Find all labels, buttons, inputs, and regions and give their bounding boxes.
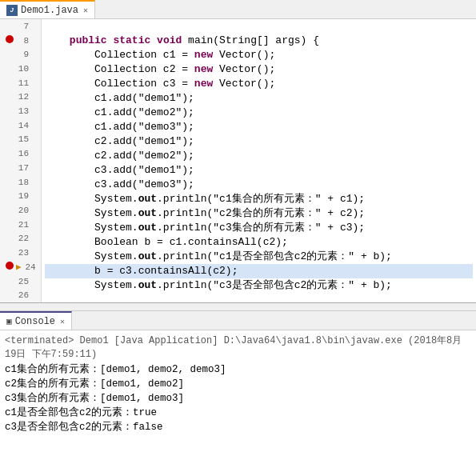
code-line: c3.add("demo3"); <box>45 178 473 192</box>
console-line: c1集合的所有元素：[demo1, demo2, demo3] <box>5 362 471 377</box>
line-number-text: 25 <box>16 277 29 286</box>
code-segment: new <box>194 63 213 75</box>
java-file-icon: J <box>6 5 18 16</box>
code-line: System.out.println("c1是否全部包含c2的元素：" + b)… <box>45 250 473 264</box>
code-segment: main(String[] args) { <box>182 34 319 46</box>
code-segment: Boolean b = c1.containsAll(c2); <box>45 236 288 248</box>
code-segment <box>45 34 70 46</box>
code-line: Collection c2 = new Vector(); <box>45 62 473 77</box>
code-segment: out <box>138 250 157 262</box>
code-line: Boolean b = c1.containsAll(c2); <box>45 235 473 250</box>
code-segment: .println("c1集合的所有元素：" + c1); <box>157 193 365 205</box>
code-segment <box>150 34 157 46</box>
code-segment: c2.add("demo1"); <box>45 135 194 147</box>
line-number-row: 16 <box>5 146 36 161</box>
code-line: c1.add("demo3"); <box>45 120 473 134</box>
line-number-text: 20 <box>16 206 29 215</box>
line-number-text: 22 <box>16 234 29 243</box>
code-line: Collection c1 = new Vector(); <box>45 48 473 62</box>
line-number-row: 8 <box>5 34 36 48</box>
line-number-row: 15 <box>5 133 36 147</box>
debug-arrow-icon: ▶ <box>16 262 22 272</box>
line-number-text: 9 <box>16 50 29 59</box>
line-number-row: 12 <box>5 90 36 105</box>
line-number-row: 9 <box>5 47 36 62</box>
console-line: c2集合的所有元素：[demo1, demo2] <box>5 377 471 391</box>
line-number-row: 17 <box>5 161 36 175</box>
code-line: c3.add("demo1"); <box>45 163 473 178</box>
code-segment: out <box>138 207 157 219</box>
line-number-row: 22 <box>5 232 36 246</box>
code-segment: c2.add("demo2"); <box>45 150 194 162</box>
code-segment: Collection c2 = <box>45 63 194 75</box>
line-number-text: 19 <box>16 191 29 201</box>
editor-tab[interactable]: J Demo1.java ✕ <box>0 0 95 18</box>
code-segment: static <box>113 34 150 46</box>
code-segment: .println("c2集合的所有元素：" + c2); <box>157 207 365 219</box>
breakpoint-area <box>5 261 14 273</box>
console-line: c3是否全部包含c2的元素：false <box>5 420 471 434</box>
code-line <box>45 19 473 34</box>
line-number-text: 12 <box>16 92 29 102</box>
code-segment: Collection c1 = <box>45 49 194 61</box>
code-line: c1.add("demo1"); <box>45 91 473 106</box>
line-number-row: 26 <box>5 288 36 302</box>
code-line: c2.add("demo1"); <box>45 134 473 149</box>
code-line: System.out.println("c2集合的所有元素：" + c2); <box>45 206 473 221</box>
code-line: b = c3.containsAll(c2); <box>45 264 473 278</box>
breakpoint-dot <box>6 35 14 43</box>
line-number-row: 14 <box>5 118 36 133</box>
code-line: System.out.println("c3集合的所有元素：" + c3); <box>45 221 473 235</box>
console-header: <terminated> Demo1 [Java Application] D:… <box>5 334 471 361</box>
line-numbers-gutter: 7891011121314151617181920212223▶242526 <box>0 19 42 302</box>
line-number-text: 7 <box>16 22 29 31</box>
code-segment: out <box>138 279 157 291</box>
line-number-row: 7 <box>5 19 36 34</box>
breakpoint-dot <box>6 262 14 270</box>
code-line: System.out.println("c1集合的所有元素：" + c1); <box>45 192 473 206</box>
code-line: c2.add("demo2"); <box>45 149 473 163</box>
line-number-row: 25 <box>5 274 36 289</box>
line-number-row: 19 <box>5 189 36 203</box>
line-number-text: 26 <box>16 290 29 300</box>
code-segment: System. <box>45 250 138 262</box>
code-segment: c1.add("demo1"); <box>45 92 194 104</box>
line-number-row: 10 <box>5 62 36 76</box>
line-number-row: 21 <box>5 218 36 232</box>
code-content[interactable]: public static void main(String[] args) {… <box>42 19 476 302</box>
code-segment: .println("c3是否全部包含c2的元素：" + b); <box>157 279 392 291</box>
line-number-row: 23 <box>5 246 36 260</box>
line-number-row: 20 <box>5 203 36 218</box>
code-segment: System. <box>45 279 138 291</box>
console-output: <terminated> Demo1 [Java Application] D:… <box>0 330 476 460</box>
tab-close-button[interactable]: ✕ <box>83 6 88 15</box>
line-number-text: 16 <box>16 149 29 158</box>
code-editor: 7891011121314151617181920212223▶242526 p… <box>0 19 476 303</box>
code-segment: c3.add("demo1"); <box>45 164 194 176</box>
console-line: c3集合的所有元素：[demo1, demo3] <box>5 391 471 406</box>
horizontal-scrollbar[interactable] <box>0 303 476 311</box>
console-line: c1是否全部包含c2的元素：true <box>5 406 471 420</box>
console-tab[interactable]: ▣ Console ✕ <box>0 311 72 330</box>
line-number-row: ▶24 <box>5 260 36 274</box>
line-number-text: 8 <box>16 36 29 46</box>
code-segment: c1.add("demo2"); <box>45 106 194 118</box>
code-line: public static void main(String[] args) { <box>45 34 473 48</box>
console-icon: ▣ <box>6 316 12 326</box>
code-segment: b = c3.containsAll(c2); <box>45 265 238 277</box>
line-number-text: 23 <box>16 248 29 258</box>
line-number-text: 14 <box>16 121 29 130</box>
line-number-text: 13 <box>16 106 29 116</box>
line-number-row: 11 <box>5 76 36 90</box>
line-number-text: 21 <box>16 220 29 230</box>
code-segment: .println("c1是否全部包含c2的元素：" + b); <box>157 250 392 262</box>
line-number-row: 18 <box>5 175 36 190</box>
code-segment: Vector(); <box>213 63 275 75</box>
code-line: System.out.println("c3是否全部包含c2的元素：" + b)… <box>45 278 473 293</box>
console-close-button[interactable]: ✕ <box>60 317 65 326</box>
code-segment: Vector(); <box>213 49 275 61</box>
line-number-text: 11 <box>16 78 29 88</box>
editor-tab-bar: J Demo1.java ✕ <box>0 0 476 19</box>
line-number-text: 17 <box>16 163 29 173</box>
code-segment: public <box>70 34 107 46</box>
